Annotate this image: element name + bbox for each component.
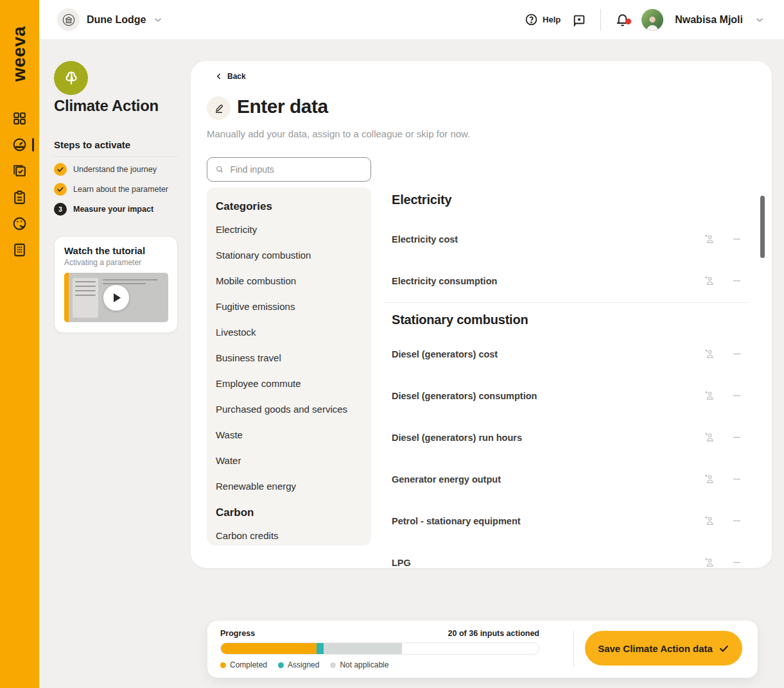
skip-button[interactable] bbox=[731, 474, 742, 485]
checklist-icon[interactable] bbox=[12, 163, 28, 179]
notifications-button[interactable] bbox=[615, 12, 630, 27]
calculator-icon[interactable] bbox=[12, 242, 28, 258]
skip-button[interactable] bbox=[731, 234, 742, 245]
step-learn-parameter[interactable]: Learn about the parameter bbox=[54, 183, 168, 196]
tutorial-thumbnail[interactable] bbox=[64, 273, 168, 322]
search-input[interactable] bbox=[230, 164, 363, 175]
dashboard-grid-icon[interactable] bbox=[12, 110, 28, 126]
scrollbar-thumb[interactable] bbox=[760, 196, 765, 258]
back-label: Back bbox=[227, 72, 246, 81]
skip-button[interactable] bbox=[731, 348, 742, 359]
top-bar-divider bbox=[600, 9, 601, 31]
legend-dot-not-applicable bbox=[330, 662, 336, 668]
top-bar: Dune Lodge Help Nwabisa Mjoli bbox=[39, 0, 784, 39]
help-icon bbox=[525, 13, 538, 26]
gauge-icon[interactable] bbox=[12, 137, 28, 153]
assign-user-button[interactable] bbox=[703, 348, 715, 360]
category-item-livestock[interactable]: Livestock bbox=[216, 327, 362, 338]
step-label: Understand the journey bbox=[73, 165, 157, 174]
tutorial-card: Watch the tutorial Activating a paramete… bbox=[54, 236, 178, 333]
section-title-electricity: Electricity bbox=[392, 193, 747, 208]
play-icon bbox=[114, 293, 121, 302]
inputs-list: Electricity Electricity cost Electricity… bbox=[392, 193, 747, 568]
step-label: Learn about the parameter bbox=[73, 185, 168, 194]
org-logo bbox=[57, 8, 80, 31]
step-understand-journey[interactable]: Understand the journey bbox=[54, 163, 168, 176]
step-check-icon bbox=[54, 163, 67, 176]
step-check-icon bbox=[54, 183, 67, 196]
assign-user-button[interactable] bbox=[703, 473, 715, 485]
back-button[interactable]: Back bbox=[215, 72, 246, 81]
skip-button[interactable] bbox=[731, 390, 742, 401]
category-item-renewable-energy[interactable]: Renewable energy bbox=[216, 481, 362, 492]
input-label: Electricity consumption bbox=[392, 276, 703, 286]
thumbnail-decoration bbox=[64, 273, 69, 322]
input-row: Electricity cost bbox=[392, 218, 747, 260]
category-item-water[interactable]: Water bbox=[216, 455, 362, 466]
legend-not-applicable: Not applicable bbox=[330, 660, 388, 669]
input-label: Electricity cost bbox=[392, 234, 703, 245]
category-item-business-travel[interactable]: Business travel bbox=[216, 352, 362, 363]
skip-button[interactable] bbox=[731, 275, 742, 286]
user-name[interactable]: Nwabisa Mjoli bbox=[675, 14, 743, 26]
app-rail: weeva bbox=[0, 0, 39, 688]
category-item-mobile-combustion[interactable]: Mobile combustion bbox=[216, 275, 362, 286]
rail-nav bbox=[0, 110, 39, 258]
assign-user-button[interactable] bbox=[703, 556, 715, 568]
input-label: Petrol - stationary equipment bbox=[392, 516, 703, 526]
input-label: LPG bbox=[392, 558, 703, 568]
progress-status: 20 of 36 inputs actioned bbox=[220, 629, 539, 638]
input-row: Diesel (generators) consumption bbox=[392, 375, 747, 417]
category-item-electricity[interactable]: Electricity bbox=[216, 224, 362, 235]
progress-segment-not-applicable bbox=[324, 643, 401, 654]
steps-list: Understand the journey Learn about the p… bbox=[54, 163, 168, 216]
input-label: Diesel (generators) run hours bbox=[392, 433, 703, 443]
category-item-waste[interactable]: Waste bbox=[216, 429, 362, 440]
category-item-fugitive-emissions[interactable]: Fugitive emissions bbox=[216, 301, 362, 312]
play-button[interactable] bbox=[103, 285, 129, 311]
steps-title: Steps to activate bbox=[54, 139, 130, 150]
category-item-purchased-goods[interactable]: Purchased goods and services bbox=[216, 404, 362, 415]
org-switcher[interactable]: Dune Lodge bbox=[57, 8, 163, 31]
save-button[interactable]: Save Climate Action data bbox=[585, 631, 742, 666]
input-row: Petrol - stationary equipment bbox=[392, 500, 747, 542]
tree-icon bbox=[62, 69, 81, 88]
notification-badge bbox=[625, 19, 631, 24]
skip-button[interactable] bbox=[731, 515, 742, 526]
thumbnail-decoration bbox=[73, 278, 98, 318]
assign-user-button[interactable] bbox=[703, 390, 715, 402]
input-row: Generator energy output bbox=[392, 458, 747, 500]
assign-user-button[interactable] bbox=[703, 233, 715, 245]
footer-divider bbox=[573, 631, 574, 667]
feedback-button[interactable] bbox=[572, 13, 586, 27]
skip-button[interactable] bbox=[731, 557, 742, 568]
weeva-logo: weeva bbox=[0, 9, 39, 99]
climate-action-badge bbox=[54, 61, 88, 95]
step-measure-impact[interactable]: 3 Measure your impact bbox=[54, 203, 168, 216]
tutorial-title: Watch the tutorial bbox=[64, 245, 168, 256]
section-divider bbox=[383, 302, 747, 303]
palette-icon[interactable] bbox=[12, 216, 28, 232]
categories-group2-title: Carbon bbox=[216, 506, 362, 519]
assign-user-button[interactable] bbox=[703, 275, 715, 287]
legend-dot-assigned bbox=[278, 662, 284, 668]
user-avatar[interactable] bbox=[641, 9, 663, 31]
category-item-stationary-combustion[interactable]: Stationary combustion bbox=[216, 250, 362, 261]
category-item-carbon-credits[interactable]: Carbon credits bbox=[216, 530, 362, 541]
assign-user-button[interactable] bbox=[703, 515, 715, 527]
progress-segment-completed bbox=[221, 643, 317, 654]
category-item-employee-commute[interactable]: Employee commute bbox=[216, 378, 362, 389]
tutorial-subtitle: Activating a parameter bbox=[64, 258, 168, 267]
clipboard-icon[interactable] bbox=[12, 189, 28, 205]
active-page-indicator bbox=[32, 138, 34, 151]
search-field bbox=[207, 157, 371, 182]
user-chevron-down-icon[interactable] bbox=[754, 15, 765, 25]
parameter-title: Climate Action bbox=[54, 97, 159, 115]
skip-button[interactable] bbox=[731, 432, 742, 443]
edit-badge bbox=[207, 96, 231, 120]
legend-completed: Completed bbox=[220, 660, 267, 669]
assign-user-button[interactable] bbox=[703, 431, 715, 443]
help-button[interactable]: Help bbox=[525, 13, 561, 26]
help-label: Help bbox=[543, 15, 561, 24]
page-title: Enter data bbox=[237, 96, 328, 117]
